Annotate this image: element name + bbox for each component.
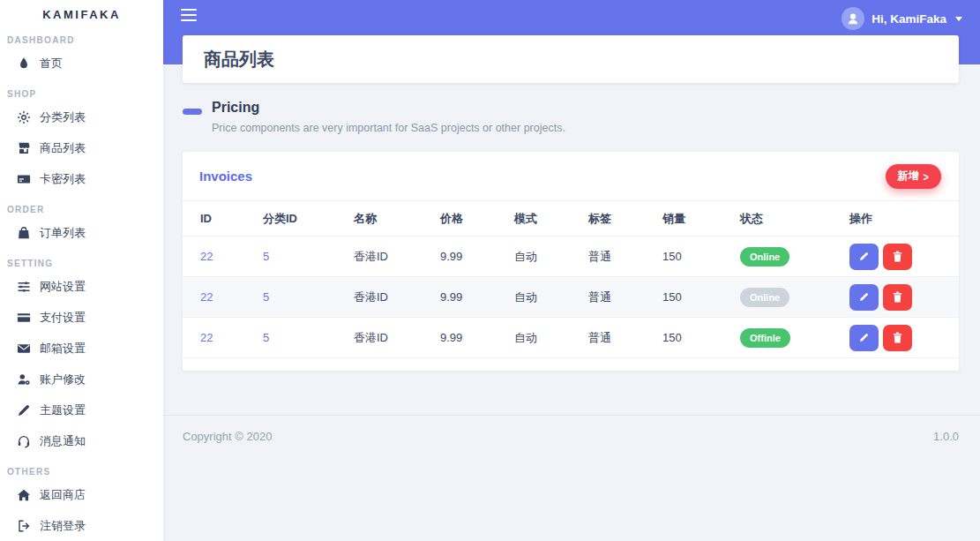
sidebar-item-logout[interactable]: 注销登录 <box>0 510 163 541</box>
sidebar-item-label: 商品列表 <box>40 140 86 156</box>
id-link[interactable]: 22 <box>200 331 213 344</box>
edit-button[interactable] <box>849 325 879 351</box>
column-header-1: 分类ID <box>245 201 336 237</box>
status-badge: Online <box>740 247 789 267</box>
sidebar-section-header: OTHERS <box>0 456 163 479</box>
cell-id: 22 <box>183 237 245 277</box>
cell-status: Online <box>722 277 832 318</box>
chevron-right-icon: > <box>924 170 929 183</box>
sidebar-section-header: SHOP <box>0 79 163 101</box>
trash-icon <box>891 250 904 263</box>
sidebar-item-label: 返回商店 <box>40 487 86 503</box>
page-header-card: 商品列表 <box>183 35 959 83</box>
sidebar-item-payment-settings[interactable]: 支付设置 <box>0 302 163 333</box>
cell-price: 9.99 <box>423 277 497 318</box>
cell-category-id: 5 <box>245 237 336 277</box>
cell-category-id: 5 <box>245 277 336 318</box>
edit-button[interactable] <box>849 284 879 311</box>
sidebar-item-home[interactable]: 首页 <box>0 48 163 79</box>
sidebar-item-label: 支付设置 <box>40 310 86 326</box>
delete-button[interactable] <box>883 284 912 311</box>
sidebar-nav: DASHBOARD首页SHOP分类列表商品列表卡密列表ORDER订单列表SETT… <box>0 25 163 541</box>
caret-down-icon <box>955 17 962 21</box>
category-id-link[interactable]: 5 <box>263 290 269 304</box>
cell-actions <box>832 318 959 358</box>
pricing-subtitle: Price components are very important for … <box>212 122 565 134</box>
category-id-link[interactable]: 5 <box>263 250 269 263</box>
sidebar-item-label: 注销登录 <box>40 518 86 534</box>
sidebar-item-label: 消息通知 <box>40 433 86 449</box>
column-header-6: 销量 <box>645 201 722 237</box>
footer-copyright: Copyright © 2020 <box>183 430 272 443</box>
cell-name: 香港ID <box>336 237 423 277</box>
column-header-4: 模式 <box>497 201 571 237</box>
cell-actions <box>832 277 959 318</box>
invoices-card-header: Invoices 新增 > <box>183 152 959 200</box>
sidebar-item-orders[interactable]: 订单列表 <box>0 217 163 248</box>
table-row: 225香港ID9.99自动普通150Online <box>183 237 959 277</box>
sidebar-item-label: 首页 <box>40 56 63 71</box>
id-link[interactable]: 22 <box>200 250 213 263</box>
sidebar-item-theme[interactable]: 主题设置 <box>0 394 163 425</box>
sidebar-section-header: DASHBOARD <box>0 25 163 48</box>
cell-name: 香港ID <box>336 318 423 358</box>
sidebar-item-site-settings[interactable]: 网站设置 <box>0 271 163 302</box>
hamburger-icon[interactable] <box>181 7 197 24</box>
cell-status: Offinle <box>722 318 832 358</box>
brand-logo[interactable]: KAMIFAKA <box>0 0 163 25</box>
cell-id: 22 <box>183 277 245 318</box>
invoices-card: Invoices 新增 > ID分类ID名称价格模式标签销量状态操作 225香港… <box>183 152 959 371</box>
cell-price: 9.99 <box>423 237 497 277</box>
pencil-icon <box>857 331 871 344</box>
sign-out-icon <box>17 519 31 533</box>
delete-button[interactable] <box>883 244 912 270</box>
sidebar-item-back-to-shop[interactable]: 返回商店 <box>0 479 163 510</box>
pricing-section: Pricing Price components are very import… <box>183 100 565 134</box>
column-header-3: 价格 <box>423 201 497 237</box>
sidebar-item-cards[interactable]: 卡密列表 <box>0 163 163 194</box>
column-header-8: 操作 <box>832 201 959 237</box>
cell-actions <box>832 237 959 277</box>
invoices-title: Invoices <box>199 169 252 184</box>
table-header-row: ID分类ID名称价格模式标签销量状态操作 <box>183 201 959 237</box>
cell-tag: 普通 <box>571 237 645 277</box>
sidebar: KAMIFAKA DASHBOARD首页SHOP分类列表商品列表卡密列表ORDE… <box>0 0 163 541</box>
user-cog-icon <box>17 372 31 387</box>
table-row: 225香港ID9.99自动普通150Online <box>183 277 959 318</box>
pricing-accent-pill <box>183 109 202 115</box>
store-icon <box>17 141 31 155</box>
sidebar-item-account[interactable]: 账户修改 <box>0 364 163 394</box>
sidebar-item-label: 卡密列表 <box>40 171 86 187</box>
pencil-icon <box>857 250 871 263</box>
sidebar-item-categories[interactable]: 分类列表 <box>0 101 163 132</box>
id-link[interactable]: 22 <box>200 290 213 304</box>
sidebar-item-label: 分类列表 <box>40 109 86 125</box>
table-row: 225香港ID9.99自动普通150Offinle <box>183 318 959 358</box>
user-menu[interactable]: Hi, KamiFaka <box>842 7 962 30</box>
cell-tag: 普通 <box>571 318 645 358</box>
cell-category-id: 5 <box>245 318 336 358</box>
sidebar-item-products[interactable]: 商品列表 <box>0 132 163 163</box>
sidebar-item-notifications[interactable]: 消息通知 <box>0 425 163 456</box>
sidebar-item-email-settings[interactable]: 邮箱设置 <box>0 333 163 364</box>
page-title: 商品列表 <box>204 48 274 71</box>
drop-icon <box>17 56 31 71</box>
add-button-label: 新增 <box>898 169 919 184</box>
pencil-icon <box>857 290 871 304</box>
gear-icon <box>17 110 31 124</box>
pen-icon <box>17 403 31 417</box>
main-content: 商品列表 Pricing Price components are very i… <box>163 0 980 541</box>
trash-icon <box>891 331 904 344</box>
cell-mode: 自动 <box>497 277 571 318</box>
envelope-icon <box>17 342 31 356</box>
sidebar-item-label: 账户修改 <box>40 372 86 387</box>
column-header-0: ID <box>183 201 245 237</box>
cell-price: 9.99 <box>423 318 497 358</box>
status-badge: Offinle <box>740 328 790 348</box>
delete-button[interactable] <box>883 325 912 351</box>
add-button[interactable]: 新增 > <box>886 164 941 189</box>
footer-version: 1.0.0 <box>933 430 959 443</box>
pricing-title: Pricing <box>212 100 565 116</box>
category-id-link[interactable]: 5 <box>263 331 269 344</box>
edit-button[interactable] <box>849 244 879 270</box>
